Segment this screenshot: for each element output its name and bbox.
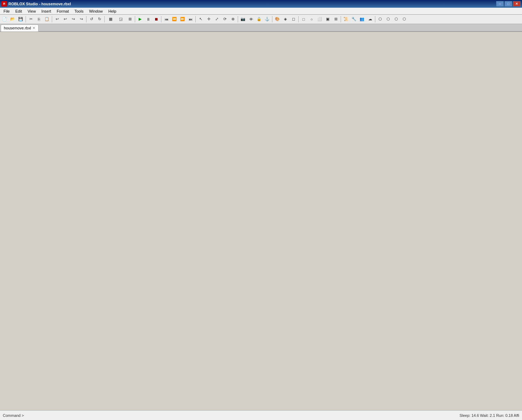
box-button[interactable]: □ bbox=[300, 15, 307, 23]
toolbar-separator-11 bbox=[341, 16, 341, 22]
undo-button[interactable]: ↩ bbox=[53, 15, 61, 23]
menu-format[interactable]: Format bbox=[54, 8, 72, 14]
redo2-button[interactable]: ↪ bbox=[77, 15, 85, 23]
main-content: 59 Command > Sleep: 14.6 Wait: 2.1 Run: … bbox=[0, 32, 522, 420]
application: R ROBLOX Studio - housemove.rbxl ─ □ ✕ F… bbox=[0, 0, 522, 420]
toolbar-separator-2 bbox=[52, 16, 52, 22]
toolbar-row-1: 📄 📂 💾 ✂ ⎘ 📋 ↩ ↩ ↪ ↪ ↺ ↻ ▦ ◲ ⊞ ▶ ⏸ ◼ ⏮ ⏪ bbox=[0, 15, 522, 24]
scale-button[interactable]: ⤢ bbox=[213, 15, 221, 23]
toolbar-separator-4 bbox=[104, 16, 105, 22]
material-button[interactable]: ◈ bbox=[281, 15, 289, 23]
menu-help[interactable]: Help bbox=[106, 8, 119, 14]
open-button[interactable]: 📂 bbox=[9, 15, 16, 23]
grid-button[interactable]: ▦ bbox=[106, 15, 116, 23]
model-button[interactable]: ▣ bbox=[324, 15, 332, 23]
select-button[interactable]: ↖ bbox=[197, 15, 204, 23]
surface-button[interactable]: ◻ bbox=[290, 15, 297, 23]
toolbar-separator-6 bbox=[161, 16, 161, 22]
play-button[interactable]: ▶ bbox=[136, 15, 144, 23]
camera-button[interactable]: 📷 bbox=[239, 15, 247, 23]
weld-button[interactable]: ⊞ bbox=[332, 15, 340, 23]
rotate3d-button[interactable]: ⟳ bbox=[221, 15, 229, 23]
tab-close-button[interactable]: ✕ bbox=[33, 26, 35, 30]
extra1-button[interactable]: ⬡ bbox=[376, 15, 384, 23]
new-button[interactable]: 📄 bbox=[1, 15, 8, 23]
toolbar-separator-12 bbox=[375, 16, 375, 22]
paste-button[interactable]: 📋 bbox=[43, 15, 51, 23]
next-button[interactable]: ⏭ bbox=[187, 15, 194, 23]
copy-button[interactable]: ⎘ bbox=[35, 15, 43, 23]
paint-button[interactable]: 🎨 bbox=[273, 15, 281, 23]
toolbar-area: 📄 📂 💾 ✂ ⎘ 📋 ↩ ↩ ↪ ↪ ↺ ↻ ▦ ◲ ⊞ ▶ ⏸ ◼ ⏮ ⏪ bbox=[0, 15, 522, 24]
group-button[interactable]: ⬜ bbox=[316, 15, 323, 23]
maximize-button[interactable]: □ bbox=[504, 1, 512, 7]
extra2-button[interactable]: ⬡ bbox=[384, 15, 392, 23]
stop-button[interactable]: ◼ bbox=[152, 15, 160, 23]
lock-button[interactable]: 🔒 bbox=[255, 15, 263, 23]
pause-button[interactable]: ⏸ bbox=[144, 15, 152, 23]
menu-window[interactable]: Window bbox=[86, 8, 105, 14]
menu-edit[interactable]: Edit bbox=[13, 8, 25, 14]
teamtest-button[interactable]: 👥 bbox=[358, 15, 366, 23]
tab-bar: housemove.rbxl ✕ bbox=[0, 24, 522, 32]
rotate-left-button[interactable]: ↺ bbox=[88, 15, 95, 23]
stepback-button[interactable]: ⏪ bbox=[170, 15, 178, 23]
transform-button[interactable]: ⊕ bbox=[229, 15, 237, 23]
toolbar-separator-10 bbox=[298, 16, 299, 22]
minimize-button[interactable]: ─ bbox=[496, 1, 504, 7]
plugin-button[interactable]: 🔧 bbox=[350, 15, 358, 23]
window-title: ROBLOX Studio - housemove.rbxl bbox=[8, 2, 496, 6]
toolbar-separator-1 bbox=[26, 16, 26, 22]
toolbar-separator-9 bbox=[272, 16, 272, 22]
status-text: Sleep: 14.6 Wait: 2.1 Run: 0.18 Affi bbox=[459, 413, 519, 418]
menu-view[interactable]: View bbox=[25, 8, 39, 14]
menu-tools[interactable]: Tools bbox=[72, 8, 86, 14]
app-icon-letter: R bbox=[3, 2, 6, 6]
move-button[interactable]: ✛ bbox=[205, 15, 213, 23]
toolbar-separator-5 bbox=[135, 16, 135, 22]
terrain-button[interactable]: ◲ bbox=[116, 15, 126, 23]
tab-housemove[interactable]: housemove.rbxl ✕ bbox=[1, 24, 39, 31]
window-controls: ─ □ ✕ bbox=[496, 1, 521, 7]
app-icon: R bbox=[1, 1, 7, 7]
publish-button[interactable]: ☁ bbox=[366, 15, 374, 23]
snap-button[interactable]: ⊞ bbox=[126, 15, 134, 23]
toolbar-separator-7 bbox=[195, 16, 196, 22]
sphere-button[interactable]: ○ bbox=[308, 15, 315, 23]
extra4-button[interactable]: ⬡ bbox=[401, 15, 408, 23]
save-button[interactable]: 💾 bbox=[17, 15, 25, 23]
tab-label: housemove.rbxl bbox=[4, 26, 31, 30]
script-button[interactable]: 📜 bbox=[342, 15, 350, 23]
command-bar: Command > Sleep: 14.6 Wait: 2.1 Run: 0.1… bbox=[0, 410, 522, 420]
extra3-button[interactable]: ⬡ bbox=[392, 15, 400, 23]
redo-button[interactable]: ↪ bbox=[69, 15, 77, 23]
command-input-label[interactable]: Command > bbox=[3, 413, 24, 418]
toolbar-separator-8 bbox=[238, 16, 238, 22]
anchor-button[interactable]: ⚓ bbox=[263, 15, 271, 23]
rotate-right-button[interactable]: ↻ bbox=[96, 15, 103, 23]
menu-bar: File Edit View Insert Format Tools Windo… bbox=[0, 8, 522, 15]
menu-insert[interactable]: Insert bbox=[39, 8, 54, 14]
close-button[interactable]: ✕ bbox=[513, 1, 521, 7]
prev-button[interactable]: ⏮ bbox=[162, 15, 170, 23]
toolbar-separator-3 bbox=[86, 16, 86, 22]
menu-file[interactable]: File bbox=[1, 8, 13, 14]
cut-button[interactable]: ✂ bbox=[27, 15, 35, 23]
view3d-button[interactable]: 👁 bbox=[247, 15, 255, 23]
title-bar: R ROBLOX Studio - housemove.rbxl ─ □ ✕ bbox=[0, 0, 522, 8]
undo2-button[interactable]: ↩ bbox=[61, 15, 69, 23]
stepfwd-button[interactable]: ⏩ bbox=[179, 15, 186, 23]
